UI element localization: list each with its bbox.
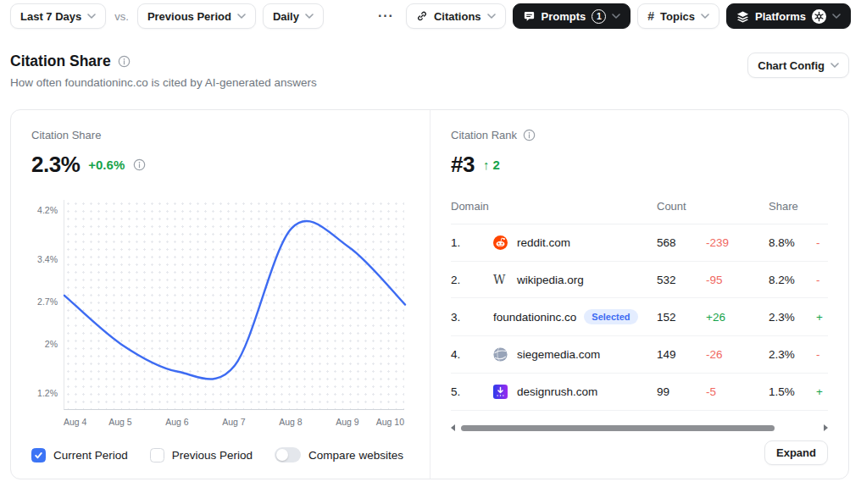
legend-label: Previous Period [172,449,253,462]
legend-label: Compare websites [308,449,403,462]
date-range-dropdown[interactable]: Last 7 Days [10,3,106,29]
rank-change: ↑ 2 [483,158,500,172]
rank-cell: 4. [451,348,493,361]
compare-period-label: Previous Period [147,10,231,23]
chart-line [64,200,405,410]
y-tick-label: 3.4% [37,254,58,264]
chevron-down-icon [237,14,246,19]
prompts-dropdown[interactable]: Prompts 1 [513,3,631,29]
chevron-down-icon [612,14,620,19]
chevron-down-icon [305,14,314,19]
openai-logo-badge [812,9,826,24]
domain-cell: designrush.com [517,385,657,398]
top-toolbar: Last 7 Days vs. Previous Period Daily ··… [0,0,861,29]
table-header: Domain Count Share [451,200,828,224]
rank-cell: 2. [451,274,493,286]
platforms-label: Platforms [755,10,806,23]
count-cell: 152 [657,311,706,324]
table-row[interactable]: 5.designrush.com99-51.5%+ [451,374,828,411]
x-tick-label: Aug 8 [279,417,302,427]
count-cell: 568 [657,236,706,249]
expand-button[interactable]: Expand [764,440,828,465]
citation-card: Citation Share 2.3% +0.6% 4.2%3.4%2.7%2%… [10,109,849,479]
count-change-cell: -26 [706,348,769,361]
count-change-cell: +26 [706,311,769,324]
count-cell: 149 [657,348,706,361]
share-cell: 1.5% [769,385,816,398]
legend-compare-websites[interactable]: Compare websites [275,447,403,462]
domain-rank-table: Domain Count Share 1.reddit.com568-2398.… [451,200,828,411]
designrush-favicon [493,385,517,399]
more-options-button[interactable]: ··· [373,8,399,24]
chart-legend: Current Period Previous Period Compare w… [31,447,409,462]
header-share: Share [769,200,816,213]
info-icon[interactable] [118,55,131,68]
page-header: Citation Share How often foundationinc.c… [0,53,861,89]
share-change-cell: + [816,311,828,324]
share-change: +0.6% [88,158,125,172]
scrollbar-track[interactable] [461,424,818,431]
x-tick-label: Aug 9 [336,417,358,427]
previous-period-checkbox[interactable] [150,448,164,462]
count-change-cell: -239 [706,236,769,249]
share-cell: 2.3% [769,311,816,324]
legend-previous-period[interactable]: Previous Period [150,448,253,462]
legend-label: Current Period [53,449,128,462]
table-row[interactable]: 4.siegemedia.com149-262.3%- [451,336,828,374]
table-body: 1.reddit.com568-2398.8%-2.Wwikipedia.org… [451,224,828,411]
layers-icon [736,10,749,23]
chart-config-label: Chart Config [758,59,825,72]
x-tick-label: Aug 6 [165,417,188,427]
share-cell: 8.8% [769,236,816,249]
legend-current-period[interactable]: Current Period [31,448,128,462]
table-row[interactable]: 1.reddit.com568-2398.8%- [451,224,828,262]
platforms-dropdown[interactable]: Platforms [726,3,851,29]
domain-cell: reddit.com [517,236,657,249]
date-range-label: Last 7 Days [20,10,81,23]
selected-badge: Selected [584,309,637,324]
scroll-right-arrow[interactable] [824,424,828,431]
header-domain: Domain [451,200,657,213]
arrow-up-icon: ↑ [483,158,490,172]
chevron-down-icon [830,63,839,68]
chat-bubble-icon [523,10,536,23]
granularity-dropdown[interactable]: Daily [263,3,324,29]
count-cell: 99 [657,385,706,398]
chevron-down-icon [701,14,709,19]
citations-dropdown[interactable]: Citations [406,3,506,29]
citations-label: Citations [434,10,481,23]
domain-cell: siegemedia.com [517,348,657,361]
count-change-cell: -95 [706,274,769,286]
link-icon [416,10,428,22]
chevron-down-icon [832,14,841,19]
y-axis-labels: 4.2%3.4%2.7%2%1.2% [31,200,64,410]
count-change-cell: -5 [706,385,769,398]
prompts-label: Prompts [542,10,586,23]
current-period-checkbox[interactable] [31,448,46,462]
chart-plot-area [64,200,404,410]
chart-config-dropdown[interactable]: Chart Config [747,53,849,78]
wikipedia-favicon: W [493,273,517,286]
compare-websites-toggle[interactable] [275,447,301,462]
share-change-cell: - [816,236,828,249]
topics-dropdown[interactable]: # Topics [637,3,719,29]
reddit-favicon [493,235,517,250]
page-subtitle: How often foundationinc.co is cited by A… [10,76,317,89]
rank-cell: 5. [451,385,493,398]
table-row[interactable]: 2.Wwikipedia.org532-958.2%- [451,262,828,298]
share-change-cell: - [816,348,828,361]
hash-icon: # [647,9,654,23]
table-row[interactable]: 3.foundationinc.coSelected152+262.3%+ [451,298,828,336]
share-value: 2.3% [31,152,80,178]
x-tick-label: Aug 10 [376,417,404,427]
scrollbar-thumb[interactable] [461,425,775,431]
info-icon[interactable] [523,129,536,141]
info-icon[interactable] [133,158,146,171]
rank-panel-label: Citation Rank [451,129,517,141]
compare-period-dropdown[interactable]: Previous Period [137,3,256,29]
scroll-left-arrow[interactable] [451,424,455,431]
chevron-down-icon [87,14,96,19]
globe-favicon [493,347,517,362]
horizontal-scrollbar [451,413,828,431]
check-icon [34,451,43,460]
